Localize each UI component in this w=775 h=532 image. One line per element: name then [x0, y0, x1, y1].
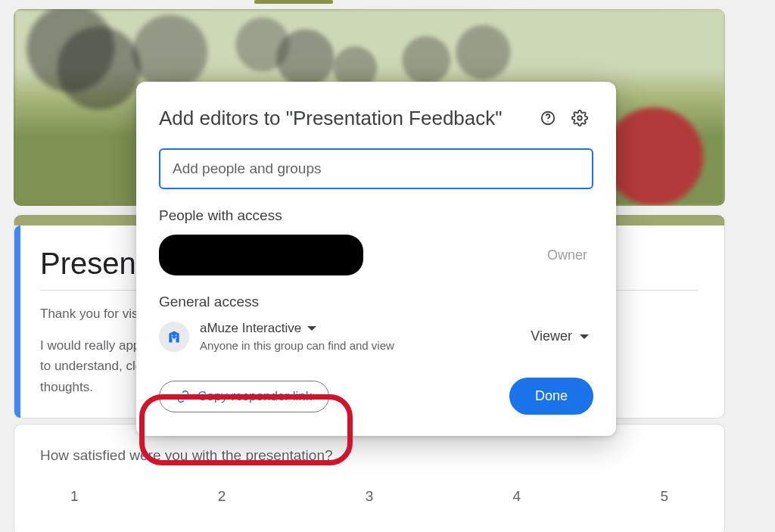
gear-icon[interactable]: [566, 104, 593, 132]
scale-value[interactable]: 4: [513, 488, 521, 505]
access-scope-sub: Anyone in this group can find and view: [200, 339, 531, 352]
copy-responder-link-button[interactable]: Copy responder link: [159, 381, 329, 412]
owner-role-label: Owner: [547, 247, 587, 263]
share-dialog: Add editors to "Presentation Feedback" P…: [136, 82, 616, 436]
svg-point-2: [577, 116, 582, 120]
role-selector[interactable]: Viewer: [531, 328, 589, 344]
redacted-owner: [159, 235, 363, 275]
owner-row: Owner: [159, 235, 593, 275]
question-title: How satisfied were you with the presenta…: [40, 447, 699, 464]
question-card: How satisfied were you with the presenta…: [14, 424, 725, 532]
active-tab-indicator: [254, 0, 333, 4]
building-icon: [159, 322, 189, 352]
scale-value[interactable]: 2: [218, 488, 226, 505]
scale-value[interactable]: 5: [660, 488, 668, 505]
chevron-down-icon: [580, 334, 589, 339]
add-people-input[interactable]: [159, 148, 593, 189]
access-scope-label: aMuze Interactive: [200, 321, 301, 336]
active-card-accent: [14, 226, 20, 418]
dialog-title: Add editors to "Presentation Feedback": [159, 107, 534, 130]
done-button[interactable]: Done: [509, 378, 593, 415]
copy-link-label: Copy responder link: [198, 389, 312, 404]
access-scope-selector[interactable]: aMuze Interactive: [200, 321, 531, 336]
scale-value[interactable]: 3: [366, 488, 374, 505]
chevron-down-icon: [307, 326, 316, 331]
linear-scale: 1 2 3 4 5: [40, 488, 699, 505]
role-label: Viewer: [531, 328, 572, 344]
people-access-heading: People with access: [159, 207, 593, 224]
svg-point-1: [547, 121, 548, 122]
help-icon[interactable]: [534, 104, 562, 132]
scale-value[interactable]: 1: [70, 488, 79, 505]
general-access-heading: General access: [159, 294, 593, 310]
